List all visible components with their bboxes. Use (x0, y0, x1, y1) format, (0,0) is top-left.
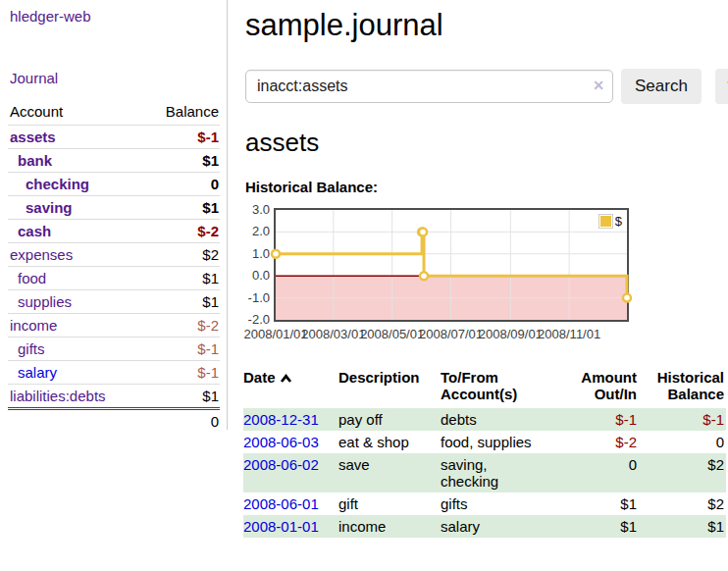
account-balance: $-2 (142, 314, 220, 337)
account-balance: $1 (142, 290, 220, 314)
account-balance: $-1 (142, 361, 220, 385)
account-row: food$1 (8, 267, 220, 290)
transaction-date-link[interactable]: 2008-12-31 (243, 411, 319, 428)
date-header-label: Date (243, 369, 276, 386)
search-form: ✕ Search ? (245, 69, 728, 104)
account-link-liabilities-debts[interactable]: liabilities:debts (10, 388, 106, 404)
account-row: expenses$2 (8, 243, 220, 267)
main-content: sample.journal ✕ Search ? assets Histori… (243, 0, 728, 538)
register-header-amount: Amount Out/In (557, 367, 639, 408)
legend-swatch (598, 214, 613, 229)
sidebar-item-journal[interactable]: Journal (10, 70, 58, 86)
account-link-food[interactable]: food (18, 270, 46, 286)
data-point-2008-06-03 (420, 272, 428, 280)
register-row[interactable]: 2008-06-02savesaving, checking0$2 (243, 453, 726, 493)
account-link-checking[interactable]: checking (26, 176, 89, 192)
sort-ascending-icon (280, 374, 292, 384)
chart-title: Historical Balance: (245, 179, 728, 195)
help-button[interactable]: ? (715, 69, 728, 104)
y-axis-tick-label: 0.0 (243, 268, 270, 283)
accounts-header-balance: Balance (142, 100, 220, 126)
y-axis-tick-label: 2.0 (243, 224, 270, 238)
account-row: saving$1 (8, 196, 220, 220)
x-axis-tick-label: 2008/11/01 (538, 327, 600, 341)
transaction-balance: $-1 (639, 408, 726, 431)
transaction-description: eat & shop (338, 431, 441, 453)
account-link-saving[interactable]: saving (26, 199, 73, 216)
register-row[interactable]: 2008-06-03eat & shopfood, supplies$-20 (243, 431, 726, 453)
data-point-2008-12-31 (623, 294, 631, 302)
y-axis-tick-label: -2.0 (243, 312, 270, 327)
account-link-income[interactable]: income (10, 317, 57, 334)
account-row: income$-2 (8, 314, 220, 337)
transaction-amount: $-2 (557, 431, 639, 453)
transaction-amount: $1 (557, 515, 639, 538)
balance-chart: $ 3.02.01.00.0-1.0-2.02008/01/012008/03/… (243, 205, 728, 350)
account-balance: $1 (142, 267, 220, 290)
transaction-date-link[interactable]: 2008-01-01 (243, 518, 319, 535)
register-row[interactable]: 2008-06-01giftgifts$1$2 (243, 493, 726, 515)
x-axis-tick-label: 2008/01/01 (243, 327, 307, 341)
register-header-accounts: To/From Account(s) (441, 367, 557, 408)
account-link-assets[interactable]: assets (10, 129, 56, 145)
transaction-balance: $2 (639, 453, 726, 493)
search-input[interactable] (245, 70, 613, 103)
account-balance: $-2 (142, 220, 220, 243)
account-row: checking0 (8, 173, 220, 196)
chart-legend: $ (598, 214, 622, 229)
transaction-balance: 0 (639, 431, 726, 453)
account-heading: assets (245, 128, 728, 158)
register-row[interactable]: 2008-12-31pay offdebts$-1$-1 (243, 408, 726, 431)
y-axis-tick-label: -1.0 (243, 290, 270, 305)
x-axis-tick-label: 2008/07/01 (419, 327, 483, 341)
transaction-date-link[interactable]: 2008-06-01 (243, 495, 319, 512)
register-header-balance: Historical Balance (639, 367, 726, 408)
register-row[interactable]: 2008-01-01incomesalary$1$1 (243, 515, 726, 538)
y-axis-tick-label: 3.0 (243, 202, 270, 217)
accounts-total-row: 0 (8, 409, 220, 434)
account-row: assets$-1 (8, 126, 220, 149)
transaction-accounts: debts (441, 408, 557, 431)
account-row: supplies$1 (8, 290, 220, 314)
transaction-accounts: saving, checking (441, 453, 557, 493)
account-link-cash[interactable]: cash (18, 223, 51, 239)
transaction-accounts: gifts (441, 493, 557, 515)
data-point-2008-06-02 (419, 228, 427, 235)
app-title-link[interactable]: hledger-web (10, 8, 91, 25)
page-title: sample.journal (245, 8, 728, 43)
account-link-gifts[interactable]: gifts (18, 340, 45, 357)
account-balance: 0 (142, 173, 220, 196)
account-link-expenses[interactable]: expenses (10, 246, 73, 263)
accounts-table: Account Balance assets$-1bank$1checking0… (8, 100, 220, 433)
register-header-description: Description (338, 367, 441, 408)
transaction-date-link[interactable]: 2008-06-03 (243, 434, 319, 450)
transaction-balance: $2 (639, 493, 726, 515)
transaction-date-link[interactable]: 2008-06-02 (243, 456, 319, 473)
register-header-date[interactable]: Date (243, 367, 338, 408)
x-axis-tick-label: 2008/09/01 (479, 327, 543, 341)
account-balance: $1 (142, 149, 220, 173)
transaction-description: pay off (338, 408, 441, 431)
clear-search-icon[interactable]: ✕ (593, 78, 604, 93)
transaction-amount: $1 (557, 493, 639, 515)
account-link-bank[interactable]: bank (18, 152, 52, 169)
account-balance: $-1 (142, 337, 220, 361)
transaction-description: income (338, 515, 441, 538)
transaction-description: save (338, 453, 441, 493)
account-row: liabilities:debts$1 (8, 385, 220, 409)
accounts-total-value: 0 (142, 409, 220, 434)
account-link-supplies[interactable]: supplies (18, 293, 72, 310)
account-row: bank$1 (8, 149, 220, 173)
accounts-header-account: Account (8, 100, 142, 126)
account-row: cash$-2 (8, 220, 220, 243)
account-balance: $1 (142, 196, 220, 220)
x-axis-tick-label: 2008/05/01 (360, 327, 424, 341)
register-table: Date Description To/From Account(s) Amou… (243, 367, 726, 538)
transaction-accounts: salary (441, 515, 557, 538)
account-row: gifts$-1 (8, 337, 220, 361)
account-row: salary$-1 (8, 361, 220, 385)
transaction-description: gift (338, 493, 441, 515)
sidebar: hledger-web Journal Account Balance asse… (0, 0, 228, 430)
search-button[interactable]: Search (621, 69, 702, 104)
account-link-salary[interactable]: salary (18, 364, 57, 381)
